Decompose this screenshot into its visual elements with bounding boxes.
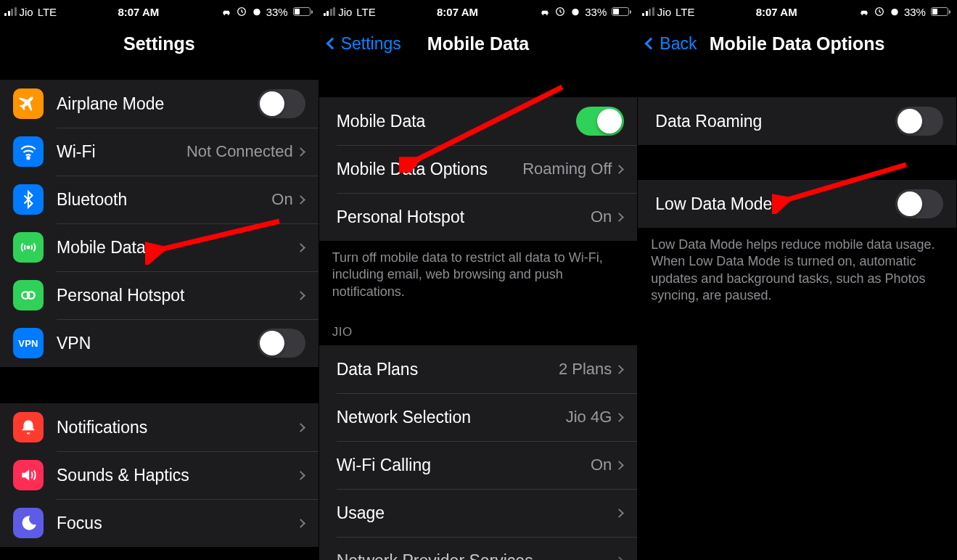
alarm-icon xyxy=(570,6,581,17)
svg-point-0 xyxy=(223,14,225,15)
airplane-toggle[interactable] xyxy=(258,89,305,118)
chevron-right-icon xyxy=(615,365,624,374)
svg-point-5 xyxy=(27,246,29,248)
carrier-label: Jio xyxy=(20,6,33,18)
row-notifications[interactable]: Notifications xyxy=(0,403,319,451)
back-button[interactable]: Settings xyxy=(325,34,401,54)
low-data-mode-toggle[interactable] xyxy=(895,189,943,218)
row-usage[interactable]: Usage xyxy=(319,489,638,537)
chevron-right-icon xyxy=(615,556,624,560)
data-roaming-toggle[interactable] xyxy=(895,107,943,136)
mobile-data-screen: Jio LTE 8:07 AM 33% Settings Mobile Data… xyxy=(319,0,638,560)
row-airplane-mode[interactable]: Airplane Mode xyxy=(0,80,319,128)
row-bluetooth[interactable]: Bluetooth On xyxy=(0,176,319,223)
signal-icon xyxy=(4,7,17,16)
row-mobile-data-toggle[interactable]: Mobile Data xyxy=(319,97,638,145)
row-label: Network Selection xyxy=(337,408,566,427)
page-title: Mobile Data Options xyxy=(710,33,885,54)
row-mobile-data-options[interactable]: Mobile Data Options Roaming Off xyxy=(319,145,638,193)
chevron-right-icon xyxy=(296,195,305,205)
chevron-right-icon xyxy=(296,423,305,432)
network-label: LTE xyxy=(356,6,375,18)
row-label: Personal Hotspot xyxy=(337,207,591,227)
footer-text: Turn off mobile data to restrict all dat… xyxy=(319,241,638,306)
svg-point-17 xyxy=(866,14,867,15)
row-label: Mobile Data xyxy=(337,112,577,131)
chevron-back-icon xyxy=(645,38,657,50)
row-label: Wi-Fi Calling xyxy=(337,456,591,475)
mobile-data-options-screen: Jio LTE 8:07 AM 33% Back Mobile Data Opt… xyxy=(638,0,957,560)
row-personal-hotspot[interactable]: Personal Hotspot xyxy=(0,271,319,319)
row-label: Data Plans xyxy=(337,360,559,379)
row-value: On xyxy=(591,207,612,226)
status-time: 8:07 AM xyxy=(756,6,797,18)
row-data-plans[interactable]: Data Plans 2 Plans xyxy=(319,345,638,393)
signal-icon xyxy=(642,7,654,16)
chevron-right-icon xyxy=(296,243,305,252)
row-label: Airplane Mode xyxy=(57,94,258,114)
status-bar: Jio LTE 8:07 AM 33% xyxy=(0,0,319,23)
status-time: 8:07 AM xyxy=(118,6,159,18)
status-time: 8:07 AM xyxy=(437,6,478,18)
row-data-roaming[interactable]: Data Roaming xyxy=(638,97,956,145)
row-vpn[interactable]: VPN VPN xyxy=(0,319,319,367)
status-bar: Jio LTE 8:07 AM 33% xyxy=(638,0,956,23)
row-label: Low Data Mode xyxy=(655,194,895,214)
settings-screen: Jio LTE 8:07 AM 33% Settings Airplane Mo… xyxy=(0,0,319,560)
row-focus[interactable]: Focus xyxy=(0,499,319,547)
battery-percentage: 33% xyxy=(266,6,288,18)
row-low-data-mode[interactable]: Low Data Mode xyxy=(638,180,956,228)
alarm-icon xyxy=(889,6,900,17)
battery-icon xyxy=(292,7,313,16)
alarm-icon xyxy=(251,6,263,17)
hotspot-icon xyxy=(13,280,44,310)
moon-icon xyxy=(13,508,44,538)
row-value: On xyxy=(271,190,292,209)
row-value: 2 Plans xyxy=(559,360,612,379)
row-value: Not Connected xyxy=(186,142,293,161)
chevron-right-icon xyxy=(615,413,624,422)
row-label: Usage xyxy=(337,503,617,523)
row-wifi[interactable]: Wi-Fi Not Connected xyxy=(0,128,319,176)
svg-point-19 xyxy=(891,9,898,15)
antenna-icon xyxy=(13,232,44,263)
chevron-right-icon xyxy=(296,147,305,157)
page-title: Settings xyxy=(123,33,195,54)
orientation-lock-icon xyxy=(236,6,247,17)
row-wifi-calling[interactable]: Wi-Fi Calling On xyxy=(319,441,638,489)
row-network-provider[interactable]: Network Provider Services xyxy=(319,537,638,560)
nav-header: Back Mobile Data Options xyxy=(638,23,956,64)
svg-point-11 xyxy=(546,14,548,15)
svg-point-3 xyxy=(253,9,260,15)
carplay-icon xyxy=(539,6,551,17)
row-value: Roaming Off xyxy=(522,160,612,178)
page-title: Mobile Data xyxy=(427,33,529,54)
status-bar: Jio LTE 8:07 AM 33% xyxy=(319,0,638,23)
back-label: Settings xyxy=(341,34,401,54)
row-mobile-data[interactable]: Mobile Data xyxy=(0,223,319,271)
airplane-icon xyxy=(13,88,44,119)
speaker-icon xyxy=(13,460,44,490)
carrier-label: Jio xyxy=(338,6,352,18)
row-label: Focus xyxy=(57,514,297,533)
orientation-lock-icon xyxy=(874,6,885,17)
mobile-data-toggle[interactable] xyxy=(576,107,624,136)
row-network-selection[interactable]: Network Selection Jio 4G xyxy=(319,393,638,441)
row-label: Sounds & Haptics xyxy=(57,466,297,485)
network-label: LTE xyxy=(675,6,694,18)
section-header-jio: JIO xyxy=(319,306,638,345)
row-value: On xyxy=(591,456,612,474)
back-button[interactable]: Back xyxy=(644,34,697,54)
row-sounds-haptics[interactable]: Sounds & Haptics xyxy=(0,451,319,499)
battery-percentage: 33% xyxy=(904,6,926,18)
chevron-right-icon xyxy=(615,508,624,518)
row-personal-hotspot[interactable]: Personal Hotspot On xyxy=(319,193,638,241)
svg-point-1 xyxy=(227,14,229,15)
back-label: Back xyxy=(660,34,697,54)
carplay-icon xyxy=(858,6,870,17)
svg-point-13 xyxy=(572,9,579,15)
row-label: Data Roaming xyxy=(655,112,895,131)
row-label: Personal Hotspot xyxy=(57,286,297,305)
vpn-toggle[interactable] xyxy=(258,329,305,358)
nav-header: Settings xyxy=(0,23,319,64)
